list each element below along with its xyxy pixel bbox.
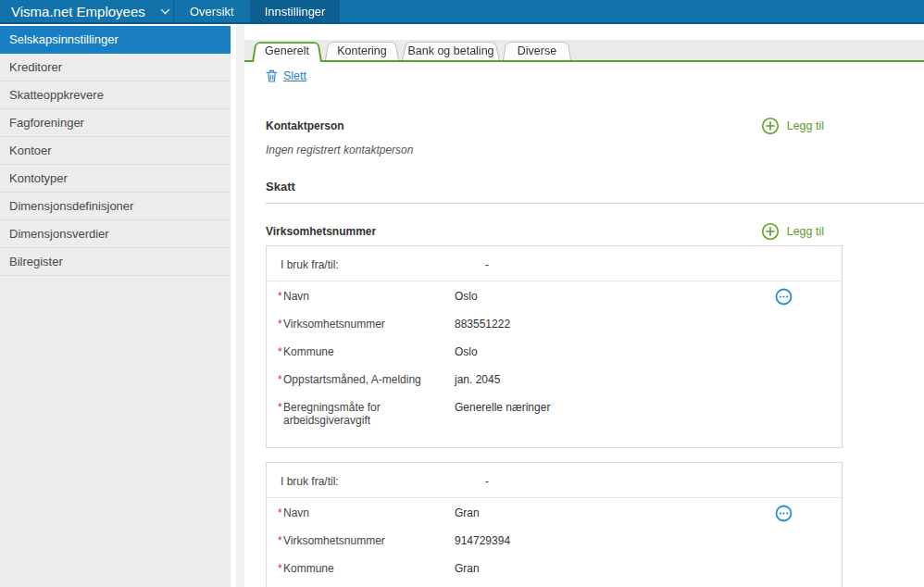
period-value: - xyxy=(455,475,489,497)
sidebar-item-kontoer[interactable]: Kontoer xyxy=(0,136,231,164)
required-marker: * xyxy=(278,345,282,358)
top-navigation-bar: Visma.net Employees Oversikt Innstilling… xyxy=(0,0,924,24)
chevron-down-icon xyxy=(160,8,170,15)
required-marker: * xyxy=(278,318,282,331)
field-row-navn: *Navn Gran xyxy=(267,498,842,526)
field-label: *Navn xyxy=(278,506,455,519)
required-marker: * xyxy=(278,506,282,519)
delete-button[interactable]: Slett xyxy=(266,69,340,83)
sidebar-item-skatteoppkrevere[interactable]: Skatteoppkrevere xyxy=(0,81,231,108)
section-header-kontaktperson: Kontaktperson Legg til xyxy=(266,117,843,135)
field-row-kommune: *Kommune Gran xyxy=(267,554,842,581)
field-row-virksomhetsnummer: *Virksomhetsnummer 883551222 xyxy=(267,309,842,337)
field-value: Oslo xyxy=(455,345,827,358)
field-row-navn: *Navn Oslo xyxy=(267,281,842,309)
required-marker: * xyxy=(278,290,282,303)
tab-panel-generelt: Slett Kontaktperson Legg til Ingen regis… xyxy=(244,62,924,587)
main-content: Generelt Kontering Bank og betaling Dive… xyxy=(244,24,924,587)
add-button-label: Legg til xyxy=(787,225,824,238)
row-actions xyxy=(775,506,827,522)
add-virksomhetsnummer-button[interactable]: Legg til xyxy=(761,222,824,241)
section-title: Skatt xyxy=(266,180,295,194)
ellipsis-menu-icon[interactable] xyxy=(775,505,793,522)
sidebar-item-bilregister[interactable]: Bilregister xyxy=(0,247,231,276)
ellipsis-menu-icon[interactable] xyxy=(775,288,793,306)
sidebar-item-dimensjonsdefinisjoner[interactable]: Dimensjonsdefinisjoner xyxy=(0,192,231,219)
tab-generelt[interactable]: Generelt xyxy=(252,40,322,60)
section-header-virksomhetsnummer: Virksomhetsnummer Legg til xyxy=(266,222,843,241)
plus-circle-icon xyxy=(761,222,780,241)
sidebar-scrollbar-gutter xyxy=(236,24,244,587)
period-label: I bruk fra/til: xyxy=(281,258,455,281)
field-row-oppstartsmaned: *Oppstartsmåned, A-melding jan. 2045 xyxy=(267,365,842,393)
tab-bank-og-betaling[interactable]: Bank og betaling xyxy=(402,40,500,60)
field-row-beregningsmate: *Beregningsmåte for arbeidsgiveravgift G… xyxy=(267,393,842,433)
tab-label: Generelt xyxy=(265,44,309,57)
empty-contact-text: Ingen registrert kontaktperson xyxy=(266,144,924,156)
period-row: I bruk fra/til: - xyxy=(267,246,842,281)
period-row: I bruk fra/til: - xyxy=(267,463,842,498)
app-title: Visma.net Employees xyxy=(11,4,145,19)
tab-label: Bank og betaling xyxy=(407,44,493,57)
trash-icon xyxy=(266,69,278,82)
field-value: jan. 2045 xyxy=(455,373,827,386)
topbar-item-label: Oversikt xyxy=(190,5,234,19)
required-marker: * xyxy=(278,562,282,575)
plus-circle-icon xyxy=(761,117,780,135)
topbar-item-label: Innstillinger xyxy=(265,5,326,19)
sidebar-item-dimensjonsverdier[interactable]: Dimensjonsverdier xyxy=(0,219,231,247)
tab-label: Diverse xyxy=(518,44,556,57)
field-value: Oslo xyxy=(455,290,775,303)
virksomhetsnummer-card: I bruk fra/til: - *Navn Gran *Virksomhet… xyxy=(266,462,843,587)
tab-label: Kontering xyxy=(337,44,387,57)
sidebar-item-selskapsinnstillinger[interactable]: Selskapsinnstillinger xyxy=(0,26,231,54)
app-switcher-menu[interactable]: Visma.net Employees xyxy=(0,0,174,22)
field-value: 914729394 xyxy=(455,534,827,547)
topbar-item-oversikt[interactable]: Oversikt xyxy=(174,0,250,22)
field-value: 883551222 xyxy=(455,318,827,331)
required-marker: * xyxy=(278,373,282,386)
field-label: *Virksomhetsnummer xyxy=(278,534,455,547)
field-value: Gran xyxy=(455,562,827,575)
field-row-kommune: *Kommune Oslo xyxy=(267,337,842,365)
required-marker: * xyxy=(278,534,282,547)
delete-label: Slett xyxy=(283,69,306,82)
field-value: Generelle næringer xyxy=(455,401,827,414)
section-header-skatt: Skatt xyxy=(266,178,924,204)
field-label: *Virksomhetsnummer xyxy=(278,318,455,331)
sidebar-item-fagforeninger[interactable]: Fagforeninger xyxy=(0,108,231,136)
section-title: Kontaktperson xyxy=(266,119,344,132)
field-label: *Kommune xyxy=(278,562,455,575)
period-value: - xyxy=(455,258,489,281)
field-row-oppstartsmaned: *Oppstartsmåned, A-melding jan. 2045 xyxy=(267,581,842,587)
required-marker: * xyxy=(278,401,282,414)
row-actions xyxy=(775,290,827,306)
field-label: *Oppstartsmåned, A-melding xyxy=(278,373,455,386)
tab-diverse[interactable]: Diverse xyxy=(503,40,571,60)
settings-sidebar: Selskapsinnstillinger Kreditorer Skatteo… xyxy=(0,26,231,587)
virksomhetsnummer-card: I bruk fra/til: - *Navn Oslo *Virksomhet… xyxy=(266,245,843,448)
field-label: *Navn xyxy=(278,290,455,303)
section-title: Virksomhetsnummer xyxy=(266,225,376,238)
tab-strip: Generelt Kontering Bank og betaling Dive… xyxy=(244,40,924,62)
add-contact-button[interactable]: Legg til xyxy=(761,117,824,135)
period-label: I bruk fra/til: xyxy=(281,475,455,497)
field-value: Gran xyxy=(455,506,775,519)
add-button-label: Legg til xyxy=(787,119,824,132)
field-label: *Beregningsmåte for arbeidsgiveravgift xyxy=(278,401,455,427)
topbar-item-innstillinger[interactable]: Innstillinger xyxy=(250,0,341,22)
tab-kontering[interactable]: Kontering xyxy=(325,40,399,60)
sidebar-item-kontotyper[interactable]: Kontotyper xyxy=(0,164,231,192)
sidebar-item-kreditorer[interactable]: Kreditorer xyxy=(0,54,231,81)
field-label: *Kommune xyxy=(278,345,455,358)
field-row-virksomhetsnummer: *Virksomhetsnummer 914729394 xyxy=(267,526,842,554)
